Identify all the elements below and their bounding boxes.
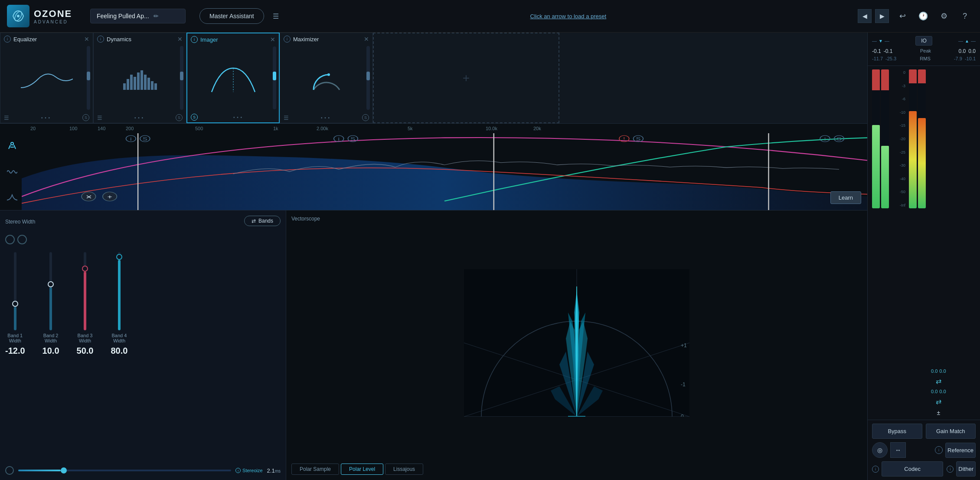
app-container: OZONE ADVANCED Feeling Pulled Ap... ✏ Ma… [0, 0, 980, 480]
band4-fader-handle[interactable] [116, 254, 122, 260]
dither-info-icon: i [947, 466, 954, 473]
wave-tool-button[interactable] [5, 165, 19, 179]
max-info-icon[interactable]: i [284, 36, 291, 43]
tab-polar-sample[interactable]: Polar Sample [291, 464, 339, 475]
reference-left: ◎ ↔ [872, 442, 931, 458]
meter-scale: 0 -3 -6 -10 -15 -20 -25 -30 -40 -50 -Inf [892, 69, 905, 208]
spectrum-canvas: i S i S ! S i S [22, 133, 867, 210]
prev-preset-button[interactable]: ◀ [858, 9, 872, 23]
dither-button[interactable]: Dither [956, 461, 976, 477]
scale-10: -10 [892, 110, 905, 115]
help-button[interactable]: ? [957, 8, 973, 24]
stereo-tool-button[interactable] [5, 139, 19, 153]
max-fader[interactable] [366, 46, 370, 110]
band1-fader-handle[interactable] [12, 301, 18, 307]
eq-fader-handle[interactable] [87, 72, 90, 80]
meter-clip-ol [909, 69, 917, 83]
dyn-fader[interactable] [180, 46, 183, 110]
bypass-button[interactable]: Bypass [872, 424, 922, 439]
vectorscope-tabs: Polar Sample Polar Level Lissajous [291, 464, 862, 475]
band2-fader-handle[interactable] [48, 281, 54, 287]
meter-fill-il [872, 125, 880, 208]
dyn-fader-handle[interactable] [180, 72, 183, 80]
double-circle-button[interactable]: ◎ [872, 442, 888, 458]
eq-s-badge[interactable]: S [82, 114, 89, 121]
undo-button[interactable]: ↩ [894, 8, 911, 24]
add-module-area[interactable]: + [373, 33, 559, 123]
bands-button[interactable]: ⇄ Bands [244, 216, 281, 226]
stereoize-slider[interactable] [18, 470, 231, 471]
dyn-close-button[interactable]: ✕ [177, 36, 183, 43]
eq-info-icon[interactable]: i [4, 36, 11, 43]
master-assistant-button[interactable]: Master Assistant [199, 8, 264, 24]
rms-out-r: -10.1 [965, 56, 976, 61]
list-icon[interactable]: ☰ [273, 12, 279, 20]
dyn-s-badge[interactable]: S [176, 114, 183, 121]
eq-close-button[interactable]: ✕ [84, 36, 89, 43]
band2-fader-track[interactable] [49, 252, 52, 330]
bands-label: Bands [258, 218, 273, 224]
meter-clip-or [918, 69, 926, 83]
band2-fader-group: Band 2Width 10.0 [42, 252, 59, 356]
left-in-l-meter [872, 69, 880, 416]
dyn-info-icon[interactable]: i [97, 36, 104, 43]
freq-20k: 20k [533, 126, 541, 131]
next-preset-button[interactable]: ▶ [875, 9, 889, 23]
link-out-button[interactable]: ⇄ [931, 398, 946, 406]
dyn-footer: ☰ • • • S [94, 112, 186, 123]
eq-curve-tool-button[interactable] [5, 191, 19, 204]
preset-arrow-link[interactable]: Click an arrow to load a preset [282, 13, 854, 20]
peak-label: Peak [920, 48, 931, 54]
settings-button[interactable]: ⚙ [936, 8, 952, 24]
img-info-icon[interactable]: i [191, 36, 198, 43]
io-label[interactable]: IO [915, 36, 932, 46]
scale-6: -6 [892, 97, 905, 101]
max-close-button[interactable]: ✕ [364, 36, 369, 43]
band3-fader-track[interactable] [84, 252, 86, 330]
max-fader-handle[interactable] [366, 72, 370, 80]
stereoize-fill [18, 470, 61, 471]
img-s-badge[interactable]: S [191, 114, 198, 121]
max-s-badge[interactable]: S [362, 114, 369, 121]
logo-ozone: OZONE [34, 8, 72, 20]
bypass-gainmatch-row: Bypass Gain Match [872, 424, 976, 439]
link-in-button[interactable]: ⇄ [931, 377, 946, 385]
svg-text:i: i [824, 137, 826, 141]
swap-arrow-button[interactable]: ↔ [890, 442, 906, 458]
stereoize-handle[interactable] [61, 467, 67, 473]
codec-button[interactable]: Codec [882, 461, 943, 477]
reference-row: ◎ ↔ i Reference [872, 442, 976, 458]
scale-40: -40 [892, 177, 905, 181]
img-close-button[interactable]: ✕ [270, 36, 275, 43]
plus-minus-button[interactable]: ± [931, 409, 946, 416]
rms-out-l: -7.9 [954, 56, 962, 61]
tab-polar-level[interactable]: Polar Level [341, 464, 383, 475]
dyn-visualization [94, 45, 186, 112]
tab-lissajous[interactable]: Lissajous [385, 464, 423, 475]
io-left-faders: — ▼ — [872, 38, 889, 43]
band4-fader-track[interactable] [118, 252, 121, 330]
learn-button[interactable]: Learn [830, 191, 861, 204]
img-fader-handle[interactable] [273, 72, 276, 80]
img-fader[interactable] [273, 46, 276, 109]
preset-selector[interactable]: Feeling Pulled Ap... ✏ [90, 9, 186, 23]
top-bar: OZONE ADVANCED Feeling Pulled Ap... ✏ Ma… [0, 0, 980, 33]
band1-label: Band 1Width [7, 333, 23, 343]
eq-fader[interactable] [87, 46, 90, 110]
reference-button[interactable]: Reference [945, 443, 976, 458]
right-up-icon: ▲ [965, 39, 969, 43]
band2-label: Band 2Width [43, 333, 59, 343]
bottom-buttons: Bypass Gain Match ◎ ↔ i Reference i [868, 420, 980, 480]
eq-dots: • • • [12, 115, 80, 120]
band1-fader-track[interactable] [14, 252, 16, 330]
scale-0: 0 [892, 70, 905, 75]
history-button[interactable]: 🕐 [915, 8, 931, 24]
band3-fader-handle[interactable] [82, 266, 88, 272]
band1-fader-fill [14, 307, 16, 330]
gain-match-button[interactable]: Gain Match [926, 424, 976, 439]
rms-out-values: -7.9 -10.1 [954, 56, 976, 61]
fader-val-or: 0.0 [939, 389, 946, 394]
fader-val-ir: 0.0 [939, 368, 946, 374]
module-strip: i Equalizer ✕ ☰ • • • S [0, 33, 867, 124]
freq-2k: 2.00k [317, 126, 328, 131]
